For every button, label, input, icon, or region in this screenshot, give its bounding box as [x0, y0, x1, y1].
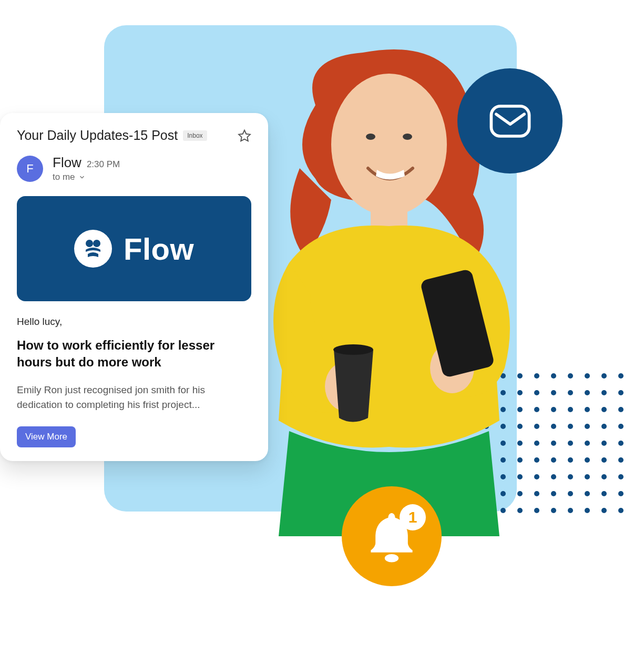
star-icon: [238, 129, 251, 142]
star-button[interactable]: [238, 129, 251, 142]
sender-row: F Flow 2:30 PM to me: [17, 155, 251, 182]
brand-name: Flow: [124, 231, 194, 267]
svg-point-6: [366, 134, 375, 140]
sender-time: 2:30 PM: [87, 159, 120, 170]
avatar-initial: F: [26, 162, 33, 176]
email-greeting: Hello lucy,: [17, 316, 251, 328]
svg-point-7: [403, 134, 412, 140]
sender-name: Flow: [53, 155, 81, 171]
svg-point-4: [333, 344, 373, 355]
svg-rect-1: [371, 200, 407, 229]
sender-meta: Flow 2:30 PM to me: [53, 155, 120, 182]
mail-icon: [485, 96, 535, 146]
svg-point-9: [86, 240, 93, 247]
notification-badge[interactable]: 1: [342, 486, 442, 586]
email-headline: How to work efficiently for lesser hours…: [17, 337, 251, 371]
brand-logo-icon: [74, 230, 112, 268]
svg-rect-11: [491, 106, 529, 136]
email-subject: Your Daily Updates-15 Post: [17, 128, 178, 143]
email-header: Your Daily Updates-15 Post Inbox: [17, 128, 251, 143]
inbox-tag[interactable]: Inbox: [183, 130, 207, 141]
view-more-button[interactable]: View More: [17, 426, 76, 447]
svg-point-12: [385, 554, 398, 562]
sender-avatar[interactable]: F: [17, 156, 43, 182]
svg-point-0: [331, 74, 447, 216]
mail-badge[interactable]: [457, 68, 563, 173]
svg-point-10: [93, 240, 100, 247]
brand-banner: Flow: [17, 196, 251, 301]
email-card: Your Daily Updates-15 Post Inbox F Flow …: [0, 113, 268, 461]
chevron-down-icon: [78, 173, 86, 181]
notification-count: 1: [400, 504, 426, 530]
svg-marker-8: [239, 130, 250, 141]
email-preview: Emily Ron just recognised jon smith for …: [17, 383, 251, 413]
recipient-toggle[interactable]: to me: [53, 172, 120, 182]
recipient-label: to me: [53, 172, 75, 182]
